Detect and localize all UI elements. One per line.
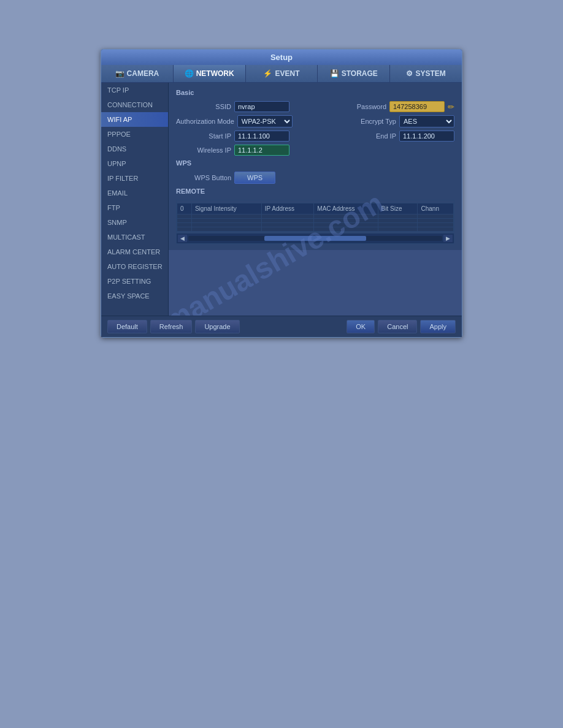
tab-storage-label: STORAGE [342,69,378,78]
auth-mode-select[interactable]: WPA2-PSK WPA-PSK OPEN [237,115,293,127]
system-icon: ⚙ [406,69,413,78]
title-bar: Setup [101,50,462,65]
start-ip-label: Start IP [176,132,231,140]
end-ip-input[interactable] [399,131,454,142]
refresh-button[interactable]: Refresh [150,320,193,333]
sidebar-item-connection[interactable]: CONNECTION [101,97,168,112]
table-row [177,223,454,227]
remote-label: REMOTE [176,188,454,195]
default-button[interactable]: Default [107,320,147,333]
scroll-right-arrow[interactable]: ▶ [443,235,453,242]
table-row [177,219,454,223]
scroll-left-arrow[interactable]: ◀ [178,235,187,242]
sidebar-item-ipfilter[interactable]: IP FILTER [101,171,168,186]
wps-button-label: WPS Button [176,174,231,181]
remote-table-container: 0 Signal Intensity IP Address MAC Addres… [176,200,454,232]
event-icon: ⚡ [263,69,272,78]
tab-bar: 📷 CAMERA 🌐 NETWORK ⚡ EVENT 💾 STORAGE ⚙ S… [101,65,462,83]
ok-button[interactable]: OK [347,320,375,333]
apply-button[interactable]: Apply [420,320,456,333]
password-edit-icon[interactable]: ✏ [448,102,454,112]
tab-storage[interactable]: 💾 STORAGE [318,65,390,82]
wps-button-row: WPS Button WPS [176,172,454,184]
scroll-thumb [264,236,366,241]
sidebar-item-autoregister[interactable]: AUTO REGISTER [101,259,168,274]
tab-event-label: EVENT [275,69,299,78]
setup-window: Setup 📷 CAMERA 🌐 NETWORK ⚡ EVENT 💾 STORA… [101,49,462,338]
sidebar-item-wifiap[interactable]: WIFI AP [101,112,168,127]
storage-icon: 💾 [330,69,339,78]
camera-icon: 📷 [115,69,124,78]
col-header-mac: MAC Address [314,203,378,214]
scroll-track[interactable] [188,236,442,241]
tab-system[interactable]: ⚙ SYSTEM [390,65,462,82]
wps-section: WPS WPS Button WPS [176,159,454,184]
bottom-left-buttons: Default Refresh Upgrade [107,320,240,333]
tab-camera[interactable]: 📷 CAMERA [101,65,174,82]
sidebar-item-tcpip[interactable]: TCP IP [101,83,168,97]
sidebar-item-pppoe[interactable]: PPPOE [101,127,168,142]
col-header-channel: Chann [418,203,454,214]
remote-section: REMOTE 0 Signal Intensity IP Address MAC… [176,188,454,244]
auth-encrypt-row: Authorization Mode WPA2-PSK WPA-PSK OPEN… [176,115,454,127]
bottom-right-buttons: OK Cancel Apply [347,320,456,333]
wireless-ip-label: Wireless IP [176,146,231,154]
sidebar-item-alarmcenter[interactable]: ALARM CENTER [101,245,168,259]
network-icon: 🌐 [185,69,194,78]
sidebar-item-ddns[interactable]: DDNS [101,142,168,156]
upgrade-button[interactable]: Upgrade [195,320,239,333]
ssid-input[interactable] [234,101,289,112]
start-ip-input[interactable] [234,131,289,142]
cancel-button[interactable]: Cancel [378,320,417,333]
tab-camera-label: CAMERA [127,69,159,78]
wps-btn[interactable]: WPS [234,172,275,184]
encrypt-type-label: Encrypt Typ [353,118,396,125]
sidebar: TCP IP CONNECTION WIFI AP PPPOE DDNS UPN… [101,83,169,316]
window-title: Setup [270,53,293,62]
ssid-password-row: SSID Password ✏ [176,101,454,112]
table-row [177,227,454,232]
tab-system-label: SYSTEM [415,69,445,78]
tab-network[interactable]: 🌐 NETWORK [174,65,246,82]
wireless-ip-input[interactable] [234,145,289,156]
table-row [177,214,454,219]
remote-table: 0 Signal Intensity IP Address MAC Addres… [177,203,454,232]
password-input[interactable] [389,101,445,112]
sidebar-item-email[interactable]: EMAIL [101,186,168,200]
startip-endip-row: Start IP End IP [176,131,454,142]
sidebar-item-easyspace[interactable]: EASY SPACE [101,289,168,303]
bottom-bar: Default Refresh Upgrade OK Cancel Apply [101,316,462,337]
wireless-ip-row: Wireless IP [176,145,454,156]
wps-label: WPS [176,159,454,167]
main-content: TCP IP CONNECTION WIFI AP PPPOE DDNS UPN… [101,83,462,316]
col-header-bitsize: Bit Size [378,203,418,214]
tab-network-label: NETWORK [196,69,234,78]
auth-mode-label: Authorization Mode [176,118,234,125]
col-header-0: 0 [177,203,192,214]
horizontal-scrollbar[interactable]: ◀ ▶ [176,233,454,244]
basic-section-label: Basic [176,89,454,96]
password-label: Password [343,103,386,110]
tab-event[interactable]: ⚡ EVENT [246,65,318,82]
col-header-signal: Signal Intensity [191,203,261,214]
sidebar-item-snmp[interactable]: SNMP [101,215,168,230]
col-header-ip: IP Address [261,203,314,214]
sidebar-item-multicast[interactable]: MULTICAST [101,230,168,245]
end-ip-label: End IP [353,132,396,140]
encrypt-type-select[interactable]: AES TKIP NONE [399,115,454,127]
sidebar-item-p2psetting[interactable]: P2P SETTING [101,274,168,289]
ssid-label: SSID [176,103,231,110]
sidebar-item-ftp[interactable]: FTP [101,200,168,215]
sidebar-item-upnp[interactable]: UPNP [101,156,168,171]
content-area: Basic SSID Password ✏ Authorization Mode [169,83,462,250]
